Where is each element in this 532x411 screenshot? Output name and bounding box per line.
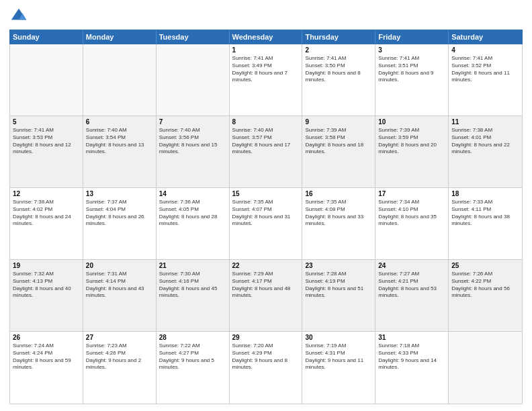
cell-info: Sunrise: 7:27 AMSunset: 4:21 PMDaylight:… — [378, 271, 445, 300]
calendar-header: Sunday Monday Tuesday Wednesday Thursday… — [9, 30, 523, 44]
cell-4-1: 27Sunrise: 7:23 AMSunset: 4:26 PMDayligh… — [83, 332, 157, 404]
cell-4-3: 29Sunrise: 7:20 AMSunset: 4:29 PMDayligh… — [230, 332, 303, 404]
day-number: 18 — [451, 190, 519, 197]
cell-4-6 — [449, 332, 522, 404]
cell-4-2: 28Sunrise: 7:22 AMSunset: 4:27 PMDayligh… — [157, 332, 230, 404]
day-number: 23 — [305, 262, 372, 269]
cell-info: Sunrise: 7:34 AMSunset: 4:10 PMDaylight:… — [378, 199, 445, 228]
day-number: 22 — [232, 262, 300, 269]
cell-3-6: 25Sunrise: 7:26 AMSunset: 4:22 PMDayligh… — [449, 260, 522, 331]
cell-info: Sunrise: 7:35 AMSunset: 4:07 PMDaylight:… — [232, 199, 300, 228]
header — [9, 7, 523, 26]
week-row-1: 1Sunrise: 7:41 AMSunset: 3:49 PMDaylight… — [10, 44, 522, 116]
cell-info: Sunrise: 7:41 AMSunset: 3:51 PMDaylight:… — [378, 55, 445, 84]
day-number: 26 — [13, 334, 80, 341]
day-number: 11 — [451, 118, 519, 126]
week-row-4: 19Sunrise: 7:32 AMSunset: 4:13 PMDayligh… — [10, 260, 522, 332]
cell-2-0: 12Sunrise: 7:38 AMSunset: 4:02 PMDayligh… — [10, 188, 83, 259]
cell-info: Sunrise: 7:40 AMSunset: 3:54 PMDaylight:… — [86, 127, 153, 156]
week-row-2: 5Sunrise: 7:41 AMSunset: 3:53 PMDaylight… — [10, 116, 522, 188]
week-row-5: 26Sunrise: 7:24 AMSunset: 4:24 PMDayligh… — [10, 332, 522, 404]
cell-info: Sunrise: 7:30 AMSunset: 4:16 PMDaylight:… — [159, 271, 226, 300]
day-number: 21 — [159, 262, 226, 269]
cell-1-6: 11Sunrise: 7:38 AMSunset: 4:01 PMDayligh… — [449, 116, 522, 187]
day-number: 3 — [378, 46, 445, 54]
cell-2-1: 13Sunrise: 7:37 AMSunset: 4:04 PMDayligh… — [83, 188, 157, 259]
cell-info: Sunrise: 7:35 AMSunset: 4:08 PMDaylight:… — [305, 199, 372, 228]
cell-info: Sunrise: 7:38 AMSunset: 4:02 PMDaylight:… — [13, 199, 80, 228]
cell-info: Sunrise: 7:38 AMSunset: 4:01 PMDaylight:… — [451, 127, 519, 156]
day-number: 29 — [232, 334, 300, 341]
cell-info: Sunrise: 7:41 AMSunset: 3:50 PMDaylight:… — [305, 55, 372, 84]
cell-info: Sunrise: 7:23 AMSunset: 4:26 PMDaylight:… — [86, 342, 153, 371]
cell-0-5: 3Sunrise: 7:41 AMSunset: 3:51 PMDaylight… — [375, 44, 449, 116]
cell-info: Sunrise: 7:41 AMSunset: 3:52 PMDaylight:… — [451, 55, 519, 84]
cell-4-5: 31Sunrise: 7:18 AMSunset: 4:33 PMDayligh… — [375, 332, 449, 404]
cell-info: Sunrise: 7:20 AMSunset: 4:29 PMDaylight:… — [232, 342, 300, 371]
cell-0-0 — [10, 44, 83, 116]
day-number: 20 — [86, 262, 153, 269]
header-thursday: Thursday — [302, 30, 375, 44]
cell-3-2: 21Sunrise: 7:30 AMSunset: 4:16 PMDayligh… — [157, 260, 230, 331]
cell-1-3: 8Sunrise: 7:40 AMSunset: 3:57 PMDaylight… — [230, 116, 303, 187]
logo-icon — [9, 7, 28, 26]
day-number: 2 — [305, 46, 372, 54]
logo — [9, 7, 31, 26]
day-number: 13 — [86, 190, 153, 197]
cell-info: Sunrise: 7:40 AMSunset: 3:56 PMDaylight:… — [159, 127, 226, 156]
header-wednesday: Wednesday — [230, 30, 303, 44]
cell-info: Sunrise: 7:41 AMSunset: 3:49 PMDaylight:… — [232, 55, 300, 84]
cell-info: Sunrise: 7:37 AMSunset: 4:04 PMDaylight:… — [86, 199, 153, 228]
cell-1-2: 7Sunrise: 7:40 AMSunset: 3:56 PMDaylight… — [157, 116, 230, 187]
day-number: 9 — [305, 118, 372, 126]
day-number: 15 — [232, 190, 300, 197]
cell-1-4: 9Sunrise: 7:39 AMSunset: 3:58 PMDaylight… — [302, 116, 375, 187]
day-number: 14 — [159, 190, 226, 197]
calendar-body: 1Sunrise: 7:41 AMSunset: 3:49 PMDaylight… — [9, 44, 523, 404]
cell-0-3: 1Sunrise: 7:41 AMSunset: 3:49 PMDaylight… — [230, 44, 303, 116]
day-number: 24 — [378, 262, 445, 269]
day-number: 25 — [451, 262, 519, 269]
cell-info: Sunrise: 7:36 AMSunset: 4:05 PMDaylight:… — [159, 199, 226, 228]
cell-2-3: 15Sunrise: 7:35 AMSunset: 4:07 PMDayligh… — [230, 188, 303, 259]
cell-0-6: 4Sunrise: 7:41 AMSunset: 3:52 PMDaylight… — [449, 44, 522, 116]
cell-3-1: 20Sunrise: 7:31 AMSunset: 4:14 PMDayligh… — [83, 260, 157, 331]
cell-info: Sunrise: 7:29 AMSunset: 4:17 PMDaylight:… — [232, 271, 300, 300]
day-number: 7 — [159, 118, 226, 126]
cell-info: Sunrise: 7:31 AMSunset: 4:14 PMDaylight:… — [86, 271, 153, 300]
day-number: 27 — [86, 334, 153, 341]
cell-info: Sunrise: 7:39 AMSunset: 3:59 PMDaylight:… — [378, 127, 445, 156]
calendar: Sunday Monday Tuesday Wednesday Thursday… — [9, 30, 523, 404]
header-monday: Monday — [83, 30, 157, 44]
cell-3-0: 19Sunrise: 7:32 AMSunset: 4:13 PMDayligh… — [10, 260, 83, 331]
cell-info: Sunrise: 7:19 AMSunset: 4:31 PMDaylight:… — [305, 342, 372, 371]
cell-info: Sunrise: 7:39 AMSunset: 3:58 PMDaylight:… — [305, 127, 372, 156]
day-number: 30 — [305, 334, 372, 341]
cell-info: Sunrise: 7:32 AMSunset: 4:13 PMDaylight:… — [13, 271, 80, 300]
cell-2-6: 18Sunrise: 7:33 AMSunset: 4:11 PMDayligh… — [449, 188, 522, 259]
cell-4-4: 30Sunrise: 7:19 AMSunset: 4:31 PMDayligh… — [302, 332, 375, 404]
week-row-3: 12Sunrise: 7:38 AMSunset: 4:02 PMDayligh… — [10, 188, 522, 260]
header-tuesday: Tuesday — [157, 30, 230, 44]
header-sunday: Sunday — [10, 30, 83, 44]
cell-info: Sunrise: 7:18 AMSunset: 4:33 PMDaylight:… — [378, 342, 445, 371]
header-saturday: Saturday — [449, 30, 522, 44]
cell-info: Sunrise: 7:33 AMSunset: 4:11 PMDaylight:… — [451, 199, 519, 228]
header-friday: Friday — [375, 30, 449, 44]
day-number: 12 — [13, 190, 80, 197]
cell-0-2 — [157, 44, 230, 116]
day-number: 31 — [378, 334, 445, 341]
cell-3-5: 24Sunrise: 7:27 AMSunset: 4:21 PMDayligh… — [375, 260, 449, 331]
cell-info: Sunrise: 7:41 AMSunset: 3:53 PMDaylight:… — [13, 127, 80, 156]
day-number: 1 — [232, 46, 300, 54]
cell-3-4: 23Sunrise: 7:28 AMSunset: 4:19 PMDayligh… — [302, 260, 375, 331]
day-number: 16 — [305, 190, 372, 197]
page: Sunday Monday Tuesday Wednesday Thursday… — [0, 0, 532, 411]
day-number: 4 — [451, 46, 519, 54]
cell-1-1: 6Sunrise: 7:40 AMSunset: 3:54 PMDaylight… — [83, 116, 157, 187]
cell-4-0: 26Sunrise: 7:24 AMSunset: 4:24 PMDayligh… — [10, 332, 83, 404]
cell-1-0: 5Sunrise: 7:41 AMSunset: 3:53 PMDaylight… — [10, 116, 83, 187]
day-number: 5 — [13, 118, 80, 126]
cell-info: Sunrise: 7:40 AMSunset: 3:57 PMDaylight:… — [232, 127, 300, 156]
cell-info: Sunrise: 7:26 AMSunset: 4:22 PMDaylight:… — [451, 271, 519, 300]
